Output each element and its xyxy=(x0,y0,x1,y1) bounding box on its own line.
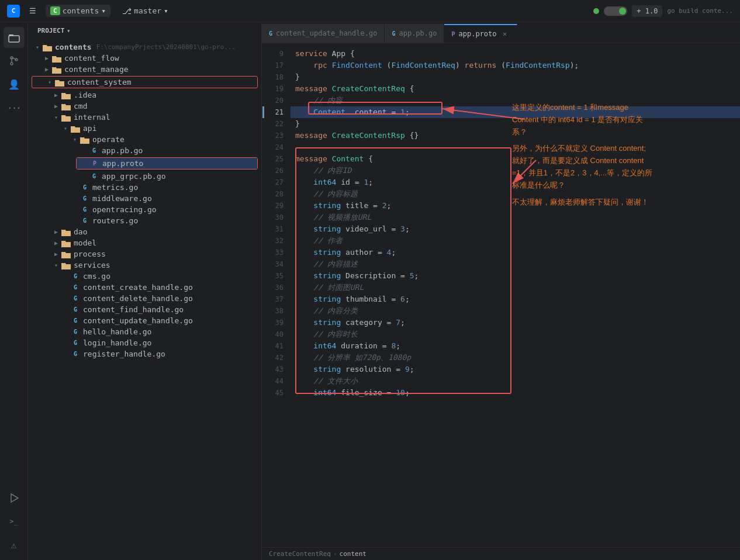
code-line-35: string Description = 5; xyxy=(291,270,740,282)
gutter-indicators xyxy=(262,43,264,547)
folder-icon-services xyxy=(61,261,71,269)
sidebar-item-process[interactable]: ▶ process xyxy=(28,248,261,260)
sidebar-item-content-system[interactable]: ▾ content_system xyxy=(32,77,257,88)
line-num-45: 45 xyxy=(264,387,286,399)
file-icon-routers: G xyxy=(79,217,90,224)
line-num-33: 33 xyxy=(264,247,286,258)
file-icon-find: G xyxy=(70,306,81,313)
line-num-35: 35 xyxy=(264,270,286,282)
breadcrumb-item-1[interactable]: CreateContentReq xyxy=(269,550,331,558)
sidebar-item-content-find[interactable]: ▶ G content_find_handle.go xyxy=(28,304,261,315)
line-num-32: 32 xyxy=(264,235,286,247)
code-line-31: string video_url = 3; xyxy=(291,223,740,235)
sidebar-item-services[interactable]: ▾ services xyxy=(28,260,261,271)
app-logo: C xyxy=(7,5,20,18)
activity-folder[interactable] xyxy=(4,27,25,48)
sidebar-item-internal[interactable]: ▾ internal xyxy=(28,112,261,123)
tree-label-app-pb-go: app.pb.go xyxy=(102,146,143,155)
tree-label-opentracing: opentracing.go xyxy=(92,205,157,214)
activity-terminal[interactable]: >_ xyxy=(4,511,25,532)
tree-arrow-model: ▶ xyxy=(51,240,61,246)
path-label: F:\companyPrjects\20240801\go-pro... xyxy=(96,43,236,51)
tab-label-1: content_update_handle.go xyxy=(276,29,377,37)
breadcrumb-item-2[interactable]: content xyxy=(340,550,366,558)
tree-label-metrics: metrics.go xyxy=(92,183,138,192)
activity-people[interactable]: 👤 xyxy=(4,74,25,95)
menu-button[interactable]: ☰ xyxy=(27,4,39,18)
tab-app-pb-go[interactable]: G app.pb.go xyxy=(385,24,444,43)
sidebar-item-api[interactable]: ▾ api xyxy=(28,123,261,134)
sidebar-item-register[interactable]: ▶ G register_handle.go xyxy=(28,348,261,359)
code-line-24 xyxy=(291,141,740,153)
sidebar-item-content-flow[interactable]: ▶ content_flow xyxy=(28,53,261,64)
line-numbers: 9 17 18 19 20 21 22 23 24 25 26 27 28 29… xyxy=(264,43,291,547)
sidebar-item-idea[interactable]: ▶ .idea xyxy=(28,89,261,101)
tab-icon-3: P xyxy=(451,31,455,37)
code-line-37: string thumbnail = 6; xyxy=(291,293,740,305)
tab-close-app-proto[interactable]: ✕ xyxy=(500,29,510,39)
tree-arrow-flow: ▶ xyxy=(42,55,51,61)
sidebar-item-middleware[interactable]: ▶ G middleware.go xyxy=(28,193,261,204)
project-name: contents xyxy=(63,6,99,15)
tree-arrow-api: ▾ xyxy=(61,125,70,132)
sidebar-content: ▾ contents F:\companyPrjects\20240801\go… xyxy=(28,39,261,560)
activity-git[interactable] xyxy=(4,50,25,71)
line-num-36: 36 xyxy=(264,282,286,293)
tree-label-manage: content_manage xyxy=(64,65,129,74)
file-icon-middleware: G xyxy=(79,195,90,202)
sidebar-item-app-pb-go[interactable]: ▶ G app.pb.go xyxy=(28,145,261,156)
build-button[interactable]: + 1.0 xyxy=(632,5,662,17)
line-num-17: 17 xyxy=(264,60,286,71)
sidebar-item-content-create[interactable]: ▶ G content_create_handle.go xyxy=(28,282,261,293)
tree-label-idea: .idea xyxy=(74,91,96,99)
tree-label-process: process xyxy=(74,250,106,258)
sidebar-item-content-manage[interactable]: ▶ content_manage xyxy=(28,64,261,75)
file-icon-go-2: G xyxy=(89,173,99,179)
sidebar-item-cms[interactable]: ▶ G cms.go xyxy=(28,271,261,282)
sidebar-item-model[interactable]: ▶ model xyxy=(28,237,261,248)
sidebar-header[interactable]: Project ▾ xyxy=(28,22,261,39)
tree-label-dao: dao xyxy=(74,227,87,236)
sidebar-item-cmd[interactable]: ▶ cmd xyxy=(28,101,261,112)
titlebar: C ☰ C contents ▾ ⎇ master ▾ + 1.0 go bui… xyxy=(0,0,740,22)
toggle-switch[interactable] xyxy=(604,6,627,16)
branch-selector[interactable]: ⎇ master ▾ xyxy=(117,5,173,18)
activity-more[interactable]: ··· xyxy=(4,97,25,118)
sidebar-item-dao[interactable]: ▶ dao xyxy=(28,226,261,237)
sidebar-item-app-proto[interactable]: ▶ P app.proto xyxy=(77,158,257,169)
sidebar-item-metrics[interactable]: ▶ G metrics.go xyxy=(28,182,261,193)
tree-label-grpc: app_grpc.pb.go xyxy=(102,172,166,181)
sidebar-item-login[interactable]: ▶ G login_handle.go xyxy=(28,337,261,348)
tree-label-middleware: middleware.go xyxy=(92,194,152,203)
code-line-28: // 内容标题 xyxy=(291,188,740,200)
tab-content-update-handle[interactable]: G content_update_handle.go xyxy=(262,24,385,43)
sidebar-item-content-delete[interactable]: ▶ G content_delete_handle.go xyxy=(28,293,261,304)
sidebar-item-routers[interactable]: ▶ G routers.go xyxy=(28,215,261,226)
sidebar-item-opentracing[interactable]: ▶ G opentracing.go xyxy=(28,204,261,215)
line-num-27: 27 xyxy=(264,177,286,188)
activity-warning[interactable]: ⚠ xyxy=(4,534,25,555)
tab-app-proto[interactable]: P app.proto ✕ xyxy=(444,24,517,43)
sidebar-item-contents[interactable]: ▾ contents F:\companyPrjects\20240801\go… xyxy=(28,42,261,53)
tree-label-flow: content_flow xyxy=(64,54,119,63)
sidebar-item-operate[interactable]: ▾ operate xyxy=(28,134,261,145)
file-icon-metrics: G xyxy=(79,184,90,191)
tree-label-operate: operate xyxy=(92,135,125,144)
sidebar-item-app-grpc[interactable]: ▶ G app_grpc.pb.go xyxy=(28,171,261,182)
file-icon-cms: G xyxy=(70,273,81,279)
line-num-25: 25 xyxy=(264,153,286,165)
activity-run[interactable] xyxy=(4,488,25,509)
folder-icon-operate xyxy=(79,136,90,144)
sidebar-item-hello[interactable]: ▶ G hello_handle.go xyxy=(28,326,261,337)
code-line-23: message CreateContentRsp {} xyxy=(291,130,740,141)
build-text: go build conte... xyxy=(667,7,733,15)
sidebar-item-content-update[interactable]: ▶ G content_update_handle.go xyxy=(28,315,261,326)
line-num-22: 22 xyxy=(264,118,286,130)
code-line-43: string resolution = 9; xyxy=(291,364,740,375)
tab-icon-1: G xyxy=(269,30,272,37)
tree-label-api: api xyxy=(83,124,96,133)
code-area[interactable]: service App { rpc FindContent (FindConte… xyxy=(291,43,740,547)
folder-icon-cmd xyxy=(61,102,71,110)
project-selector[interactable]: C contents ▾ xyxy=(46,5,110,17)
titlebar-right: + 1.0 go build conte... xyxy=(593,5,733,17)
